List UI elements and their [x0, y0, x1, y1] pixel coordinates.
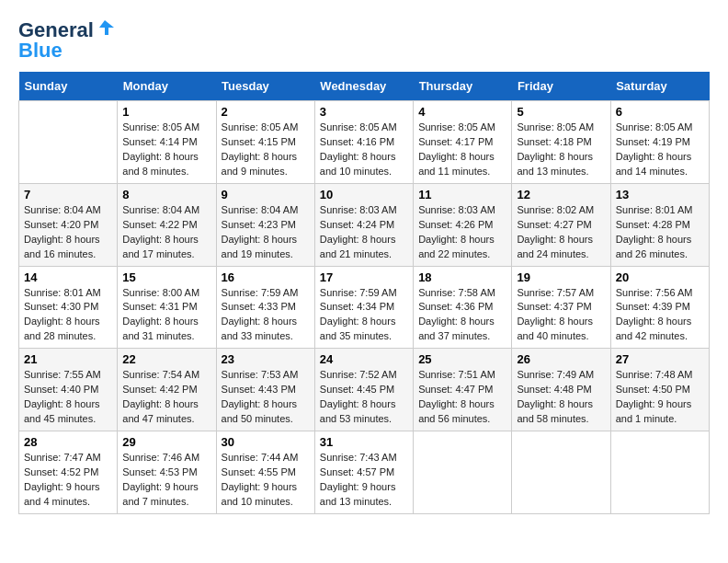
calendar-week-2: 7Sunrise: 8:04 AMSunset: 4:20 PMDaylight…: [19, 183, 710, 266]
calendar-cell: 30Sunrise: 7:44 AMSunset: 4:55 PMDayligh…: [216, 431, 314, 514]
calendar-week-3: 14Sunrise: 8:01 AMSunset: 4:30 PMDayligh…: [19, 266, 710, 349]
day-info: Sunrise: 7:49 AMSunset: 4:48 PMDaylight:…: [517, 368, 605, 427]
calendar-cell: 10Sunrise: 8:03 AMSunset: 4:24 PMDayligh…: [314, 183, 413, 266]
day-number: 29: [122, 435, 210, 449]
day-info: Sunrise: 7:59 AMSunset: 4:33 PMDaylight:…: [222, 286, 310, 345]
calendar-cell: 1Sunrise: 8:05 AMSunset: 4:14 PMDaylight…: [118, 101, 216, 184]
day-number: 18: [418, 270, 506, 284]
day-number: 14: [24, 270, 112, 284]
calendar-cell: 13Sunrise: 8:01 AMSunset: 4:28 PMDayligh…: [610, 183, 709, 266]
header-tuesday: Tuesday: [216, 72, 314, 101]
calendar-cell: 12Sunrise: 8:02 AMSunset: 4:27 PMDayligh…: [512, 183, 610, 266]
day-number: 3: [320, 105, 408, 119]
calendar-cell: [414, 431, 512, 514]
calendar-cell: 7Sunrise: 8:04 AMSunset: 4:20 PMDaylight…: [19, 183, 118, 266]
day-info: Sunrise: 8:03 AMSunset: 4:24 PMDaylight:…: [320, 203, 408, 262]
logo: General Blue: [18, 18, 116, 63]
day-info: Sunrise: 8:04 AMSunset: 4:20 PMDaylight:…: [24, 203, 112, 262]
calendar-cell: 18Sunrise: 7:58 AMSunset: 4:36 PMDayligh…: [414, 266, 512, 349]
day-info: Sunrise: 8:05 AMSunset: 4:14 PMDaylight:…: [122, 121, 210, 179]
calendar-cell: [512, 431, 610, 514]
calendar-cell: 31Sunrise: 7:43 AMSunset: 4:57 PMDayligh…: [314, 431, 413, 514]
header-wednesday: Wednesday: [314, 72, 413, 101]
calendar-cell: 28Sunrise: 7:47 AMSunset: 4:52 PMDayligh…: [19, 431, 118, 514]
day-info: Sunrise: 7:48 AMSunset: 4:50 PMDaylight:…: [616, 368, 704, 427]
day-info: Sunrise: 8:05 AMSunset: 4:18 PMDaylight:…: [517, 121, 605, 179]
day-number: 20: [616, 270, 704, 284]
calendar-cell: 23Sunrise: 7:53 AMSunset: 4:43 PMDayligh…: [216, 349, 314, 431]
page-header: General Blue: [18, 18, 710, 63]
day-number: 11: [418, 188, 506, 201]
day-info: Sunrise: 8:05 AMSunset: 4:15 PMDaylight:…: [222, 121, 310, 179]
day-info: Sunrise: 8:04 AMSunset: 4:23 PMDaylight:…: [222, 203, 310, 262]
day-number: 16: [222, 270, 310, 284]
calendar-week-4: 21Sunrise: 7:55 AMSunset: 4:40 PMDayligh…: [19, 349, 710, 431]
calendar-cell: 19Sunrise: 7:57 AMSunset: 4:37 PMDayligh…: [512, 266, 610, 349]
day-number: 12: [517, 188, 605, 201]
logo-bird-icon: [96, 18, 116, 39]
day-info: Sunrise: 7:44 AMSunset: 4:55 PMDaylight:…: [222, 451, 310, 510]
calendar-cell: 14Sunrise: 8:01 AMSunset: 4:30 PMDayligh…: [19, 266, 118, 349]
calendar-cell: 4Sunrise: 8:05 AMSunset: 4:17 PMDaylight…: [414, 101, 512, 184]
header-sunday: Sunday: [19, 72, 118, 101]
calendar-cell: 9Sunrise: 8:04 AMSunset: 4:23 PMDaylight…: [216, 183, 314, 266]
day-info: Sunrise: 7:46 AMSunset: 4:53 PMDaylight:…: [122, 451, 210, 510]
day-number: 15: [122, 270, 210, 284]
calendar-cell: 15Sunrise: 8:00 AMSunset: 4:31 PMDayligh…: [118, 266, 216, 349]
day-info: Sunrise: 7:56 AMSunset: 4:39 PMDaylight:…: [616, 286, 704, 345]
calendar-cell: 16Sunrise: 7:59 AMSunset: 4:33 PMDayligh…: [216, 266, 314, 349]
calendar-cell: [19, 101, 118, 184]
day-info: Sunrise: 8:05 AMSunset: 4:19 PMDaylight:…: [616, 121, 704, 179]
day-number: 4: [418, 105, 506, 119]
header-thursday: Thursday: [414, 72, 512, 101]
day-number: 30: [222, 435, 310, 449]
day-number: 21: [24, 352, 112, 366]
day-number: 22: [122, 352, 210, 366]
day-info: Sunrise: 8:01 AMSunset: 4:28 PMDaylight:…: [616, 203, 704, 262]
day-number: 25: [418, 352, 506, 366]
day-info: Sunrise: 7:55 AMSunset: 4:40 PMDaylight:…: [24, 368, 112, 427]
calendar-cell: 27Sunrise: 7:48 AMSunset: 4:50 PMDayligh…: [610, 349, 709, 431]
calendar-cell: 24Sunrise: 7:52 AMSunset: 4:45 PMDayligh…: [314, 349, 413, 431]
day-number: 8: [122, 188, 210, 201]
calendar-cell: 25Sunrise: 7:51 AMSunset: 4:47 PMDayligh…: [414, 349, 512, 431]
day-info: Sunrise: 7:52 AMSunset: 4:45 PMDaylight:…: [320, 368, 408, 427]
calendar-week-5: 28Sunrise: 7:47 AMSunset: 4:52 PMDayligh…: [19, 431, 710, 514]
day-info: Sunrise: 8:01 AMSunset: 4:30 PMDaylight:…: [24, 286, 112, 345]
calendar-cell: 2Sunrise: 8:05 AMSunset: 4:15 PMDaylight…: [216, 101, 314, 184]
day-number: 13: [616, 188, 704, 201]
day-number: 26: [517, 352, 605, 366]
day-number: 5: [517, 105, 605, 119]
day-number: 23: [222, 352, 310, 366]
calendar-week-1: 1Sunrise: 8:05 AMSunset: 4:14 PMDaylight…: [19, 101, 710, 184]
svg-marker-0: [99, 20, 114, 35]
day-number: 9: [222, 188, 310, 201]
calendar-cell: [610, 431, 709, 514]
day-info: Sunrise: 7:51 AMSunset: 4:47 PMDaylight:…: [418, 368, 506, 427]
day-number: 10: [320, 188, 408, 201]
day-number: 7: [24, 188, 112, 201]
calendar-cell: 26Sunrise: 7:49 AMSunset: 4:48 PMDayligh…: [512, 349, 610, 431]
logo-blue: Blue: [18, 39, 63, 63]
calendar-cell: 21Sunrise: 7:55 AMSunset: 4:40 PMDayligh…: [19, 349, 118, 431]
day-info: Sunrise: 8:02 AMSunset: 4:27 PMDaylight:…: [517, 203, 605, 262]
day-info: Sunrise: 7:47 AMSunset: 4:52 PMDaylight:…: [24, 451, 112, 510]
calendar-cell: 8Sunrise: 8:04 AMSunset: 4:22 PMDaylight…: [118, 183, 216, 266]
day-number: 2: [222, 105, 310, 119]
day-info: Sunrise: 8:05 AMSunset: 4:17 PMDaylight:…: [418, 121, 506, 179]
day-info: Sunrise: 8:03 AMSunset: 4:26 PMDaylight:…: [418, 203, 506, 262]
calendar-cell: 6Sunrise: 8:05 AMSunset: 4:19 PMDaylight…: [610, 101, 709, 184]
day-number: 1: [122, 105, 210, 119]
day-info: Sunrise: 7:54 AMSunset: 4:42 PMDaylight:…: [122, 368, 210, 427]
day-info: Sunrise: 8:04 AMSunset: 4:22 PMDaylight:…: [122, 203, 210, 262]
day-info: Sunrise: 7:58 AMSunset: 4:36 PMDaylight:…: [418, 286, 506, 345]
calendar-cell: 29Sunrise: 7:46 AMSunset: 4:53 PMDayligh…: [118, 431, 216, 514]
day-number: 19: [517, 270, 605, 284]
header-saturday: Saturday: [610, 72, 709, 101]
day-number: 17: [320, 270, 408, 284]
calendar-cell: 11Sunrise: 8:03 AMSunset: 4:26 PMDayligh…: [414, 183, 512, 266]
day-number: 6: [616, 105, 704, 119]
day-number: 27: [616, 352, 704, 366]
day-info: Sunrise: 7:53 AMSunset: 4:43 PMDaylight:…: [222, 368, 310, 427]
calendar-cell: 5Sunrise: 8:05 AMSunset: 4:18 PMDaylight…: [512, 101, 610, 184]
